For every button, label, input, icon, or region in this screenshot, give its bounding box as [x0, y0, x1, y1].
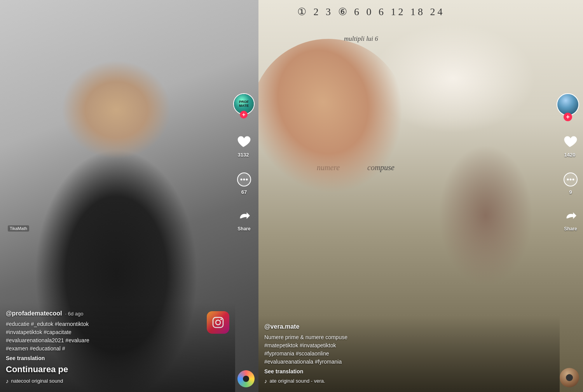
tika-logo: TikaMath — [8, 225, 29, 232]
heart-icon — [236, 134, 251, 149]
left-like-button[interactable]: 3132 — [234, 132, 253, 158]
right-sound-text: ate original sound - vera. — [270, 378, 325, 384]
right-bottom-info: @vera.mate Numere prime & numere compuse… — [258, 315, 560, 392]
left-username: @profadematecool — [6, 310, 62, 317]
left-comment-button[interactable]: 67 — [236, 171, 253, 195]
left-video-panel: TikaMath PROF MATE + 3132 67 — [0, 0, 258, 392]
right-video-panel: ① 2 3 ⑥ 6 0 6 12 18 24 multipli lui 6 ,6… — [258, 0, 583, 392]
right-see-translation[interactable]: See translation — [264, 368, 554, 375]
left-like-count: 3132 — [238, 152, 249, 158]
svg-point-10 — [573, 179, 574, 181]
music-note-icon-right: ♪ — [264, 378, 267, 384]
svg-point-1 — [241, 179, 243, 181]
left-sound-text: natecool original sound — [11, 378, 63, 384]
right-description: Numere prime & numere compuse #matepetik… — [264, 333, 554, 366]
right-avatar-image — [557, 94, 578, 115]
share-icon — [236, 208, 253, 225]
left-comment-count: 67 — [241, 189, 247, 195]
svg-point-2 — [243, 179, 245, 181]
left-share-button[interactable]: Share — [236, 208, 253, 232]
svg-point-8 — [567, 179, 569, 181]
left-follow-button[interactable]: + — [240, 111, 248, 118]
left-share-label: Share — [237, 226, 250, 232]
right-share-button[interactable]: Share — [562, 208, 579, 232]
svg-point-9 — [570, 179, 572, 181]
left-music-disc — [237, 370, 255, 387]
svg-point-3 — [246, 179, 248, 181]
left-see-translation[interactable]: See translation — [6, 355, 229, 361]
right-follow-button[interactable]: + — [564, 113, 572, 121]
right-heart-icon — [560, 132, 579, 151]
right-share-icon — [562, 208, 579, 225]
music-note-icon-left: ♪ — [6, 378, 9, 384]
right-share-label: Share — [564, 226, 577, 232]
left-description: #educatie #_edutok #learnontiktok #invat… — [6, 320, 229, 353]
right-comment-button[interactable]: 9 — [562, 171, 579, 195]
right-comment-icon — [562, 171, 579, 188]
right-username: @vera.mate — [264, 323, 299, 330]
right-like-count: 1420 — [564, 152, 576, 158]
math-numbers: ① 2 3 ⑥ 6 0 6 12 18 24 — [297, 6, 445, 18]
left-time-ago: · 6d ago — [65, 311, 84, 317]
right-comment-count: 9 — [569, 189, 572, 195]
comment-icon — [236, 171, 253, 188]
left-scroll-text: Continuarea pe — [6, 364, 229, 375]
right-like-button[interactable]: 1420 — [560, 132, 579, 158]
left-bottom-info: @profadematecool · 6d ago #educatie #_ed… — [0, 302, 235, 392]
right-music-disc — [560, 368, 579, 387]
